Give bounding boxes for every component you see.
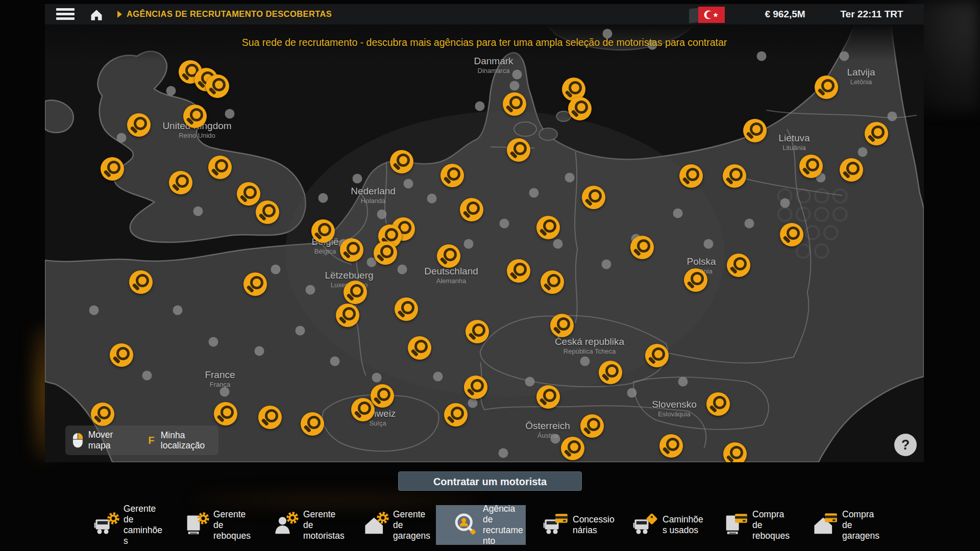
agency-marker[interactable]: [395, 297, 418, 321]
agency-marker[interactable]: [127, 113, 151, 137]
agency-marker[interactable]: [336, 304, 359, 327]
menu-icon[interactable]: [56, 8, 75, 20]
city-dot: [89, 306, 99, 315]
truck-card-icon: [542, 512, 569, 538]
city-dot: [427, 194, 437, 204]
agency-marker[interactable]: [91, 403, 114, 426]
city-dot: [255, 346, 264, 356]
agency-marker[interactable]: [599, 361, 622, 384]
agency-marker[interactable]: [536, 385, 560, 409]
truck-gear-icon: [93, 512, 119, 538]
agency-marker[interactable]: [659, 434, 683, 458]
agency-marker[interactable]: [840, 158, 863, 182]
city-dot: [580, 357, 590, 366]
city-dot: [173, 306, 183, 315]
agency-marker[interactable]: [183, 105, 207, 128]
agency-marker[interactable]: [582, 186, 605, 209]
agency-marker[interactable]: [679, 164, 703, 188]
city-dot: [306, 285, 315, 295]
toolbar-item-dealerships[interactable]: Concessionárias: [526, 505, 616, 545]
city-dot: [673, 209, 683, 218]
agency-marker[interactable]: [550, 314, 574, 337]
agency-marker[interactable]: [507, 259, 530, 283]
home-icon[interactable]: [89, 7, 104, 21]
agency-marker[interactable]: [865, 122, 888, 145]
recruitment-map[interactable]: Sua rede de recrutamento - descubra mais…: [45, 24, 924, 462]
agency-marker[interactable]: [344, 281, 367, 304]
agency-marker[interactable]: [799, 155, 823, 178]
agency-marker[interactable]: [169, 171, 192, 194]
city-dot: [433, 372, 443, 382]
agency-marker[interactable]: [780, 223, 803, 246]
agency-marker[interactable]: [568, 97, 592, 120]
agency-marker[interactable]: [351, 398, 375, 421]
agency-marker[interactable]: [444, 403, 468, 427]
agency-marker[interactable]: [561, 437, 584, 460]
city-dot: [627, 388, 637, 398]
agency-marker[interactable]: [684, 268, 707, 292]
agency-marker[interactable]: [390, 150, 413, 173]
toolbar-item-garage-manager[interactable]: Gerente de garagens: [346, 505, 436, 545]
help-button[interactable]: ?: [894, 434, 917, 456]
agency-marker[interactable]: [541, 270, 564, 294]
agency-marker[interactable]: [465, 320, 489, 343]
agency-marker[interactable]: [214, 402, 237, 425]
agency-marker[interactable]: [706, 392, 730, 416]
city-dot: [398, 265, 407, 274]
agency-marker[interactable]: [374, 241, 397, 265]
toolbar-item-trailer-manager[interactable]: Gerente de reboques: [166, 505, 256, 545]
toolbar-item-truck-manager[interactable]: Gerente de caminhões: [77, 505, 166, 545]
agency-marker[interactable]: [206, 74, 229, 98]
agency-marker[interactable]: [408, 336, 431, 360]
city-dot: [780, 198, 790, 208]
city-dot: [372, 373, 382, 383]
city-dot: [318, 193, 328, 203]
city-dot: [166, 86, 176, 96]
trailer-gear-icon: [183, 512, 209, 538]
agency-marker[interactable]: [723, 164, 746, 188]
agency-marker[interactable]: [208, 156, 232, 179]
toolbar-item-used-trucks[interactable]: Caminhões usados: [616, 505, 705, 545]
agency-marker[interactable]: [815, 76, 838, 99]
agency-marker[interactable]: [580, 414, 604, 438]
ets2-recruitment-screen: AGÊNCIAS DE RECRUTAMENTO DESCOBERTAS € 9…: [0, 0, 980, 551]
city-dot: [225, 109, 235, 119]
hire-driver-button[interactable]: Contratar um motorista: [398, 471, 582, 491]
agency-marker[interactable]: [371, 384, 394, 408]
turkey-flag-icon: [689, 6, 725, 23]
truck-tag-icon: [632, 512, 658, 538]
agency-marker[interactable]: [727, 254, 750, 277]
agency-marker[interactable]: [340, 238, 363, 262]
agency-marker[interactable]: [630, 236, 654, 259]
agency-marker[interactable]: [460, 198, 483, 221]
agency-marker[interactable]: [507, 138, 530, 162]
agency-marker[interactable]: [503, 92, 526, 116]
garage-card-icon: [812, 512, 838, 538]
city-dot: [353, 174, 362, 184]
agency-marker[interactable]: [243, 272, 267, 296]
agency-marker[interactable]: [256, 201, 279, 224]
toolbar-item-recruitment-agency[interactable]: Agência de recrutamento: [436, 505, 526, 545]
city-dot: [499, 448, 508, 458]
agency-marker[interactable]: [129, 270, 153, 294]
agency-marker[interactable]: [464, 375, 487, 399]
agency-marker[interactable]: [258, 406, 282, 429]
agency-marker[interactable]: [743, 119, 767, 142]
agency-marker[interactable]: [237, 182, 260, 206]
agency-marker[interactable]: [311, 219, 335, 243]
agency-marker[interactable]: [645, 344, 669, 367]
agency-marker[interactable]: [101, 157, 124, 181]
toolbar-item-driver-manager[interactable]: Gerente de motoristas: [256, 505, 346, 545]
agency-marker[interactable]: [723, 442, 747, 462]
city-dot: [888, 112, 897, 121]
agency-marker[interactable]: [440, 164, 464, 187]
agency-marker[interactable]: [536, 216, 560, 239]
agency-marker[interactable]: [301, 412, 324, 436]
agency-marker[interactable]: [437, 244, 460, 268]
main-panel: AGÊNCIAS DE RECRUTAMENTO DESCOBERTAS € 9…: [45, 4, 924, 462]
toolbar-item-trailer-purchase[interactable]: Compra de reboques: [705, 505, 795, 545]
toolbar-item-label: Concessionárias: [573, 514, 616, 536]
toolbar-item-garage-purchase[interactable]: Compra de garagens: [795, 505, 885, 545]
city-dot: [464, 239, 474, 249]
agency-marker[interactable]: [110, 343, 133, 367]
